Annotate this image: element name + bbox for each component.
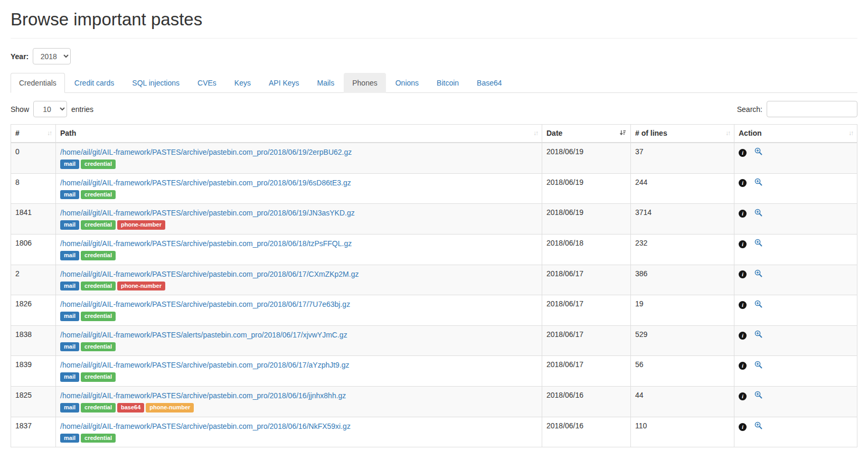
- year-select[interactable]: 2018: [33, 48, 71, 64]
- paste-preview-button[interactable]: [754, 361, 762, 370]
- column-label: Action: [739, 129, 762, 137]
- paste-path-link[interactable]: /home/ail/git/AIL-framework/PASTES/archi…: [60, 147, 352, 157]
- paste-path-link[interactable]: /home/ail/git/AIL-framework/PASTES/archi…: [60, 269, 358, 279]
- tab-sql-injections[interactable]: SQL injections: [124, 73, 188, 93]
- table-row: 1837 /home/ail/git/AIL-framework/PASTES/…: [11, 417, 857, 447]
- paste-info-button[interactable]: [739, 148, 747, 157]
- row-index: 8: [11, 173, 56, 204]
- tab-mails[interactable]: Mails: [309, 73, 343, 93]
- tab-credit-cards[interactable]: Credit cards: [66, 73, 122, 93]
- paste-path-link[interactable]: /home/ail/git/AIL-framework/PASTES/archi…: [60, 178, 351, 188]
- tag-mail: mail: [60, 403, 79, 412]
- tag-list: mailcredential: [60, 311, 537, 321]
- paste-preview-button[interactable]: [754, 178, 762, 188]
- info-icon: [739, 270, 747, 278]
- paste-preview-button[interactable]: [754, 330, 762, 340]
- paste-preview-button[interactable]: [754, 209, 762, 218]
- tag-credential: credential: [81, 312, 116, 321]
- column-header-index[interactable]: # ↓↑: [11, 125, 56, 143]
- search-label: Search:: [737, 105, 762, 114]
- paste-preview-button[interactable]: [754, 391, 762, 400]
- search-plus-icon: [754, 239, 762, 247]
- search-plus-icon: [754, 391, 762, 399]
- info-icon: [739, 362, 747, 370]
- paste-path-link[interactable]: /home/ail/git/AIL-framework/PASTES/archi…: [60, 360, 350, 370]
- tab-keys[interactable]: Keys: [226, 73, 259, 93]
- row-lines: 110: [631, 417, 734, 447]
- tag-list: mailcredentialbase64phone-number: [60, 402, 537, 412]
- search-input[interactable]: [767, 101, 857, 117]
- paste-info-button[interactable]: [739, 361, 747, 370]
- tag-mail: mail: [60, 190, 79, 200]
- row-lines: 232: [631, 234, 734, 265]
- paste-path-link[interactable]: /home/ail/git/AIL-framework/PASTES/archi…: [60, 421, 351, 431]
- tab-onions[interactable]: Onions: [387, 73, 427, 93]
- paste-info-button[interactable]: [739, 178, 747, 187]
- paste-info-button[interactable]: [739, 422, 747, 431]
- title-divider: [11, 38, 857, 39]
- column-label: Path: [60, 129, 76, 137]
- info-icon: [739, 210, 747, 218]
- table-row: 2 /home/ail/git/AIL-framework/PASTES/arc…: [11, 265, 857, 295]
- row-index: 0: [11, 143, 56, 173]
- column-header-date[interactable]: Date ↓↑: [542, 125, 631, 143]
- paste-info-button[interactable]: [739, 209, 747, 218]
- paste-preview-button[interactable]: [754, 300, 762, 310]
- show-label: Show: [11, 105, 29, 114]
- tag-mail: mail: [60, 160, 79, 169]
- info-icon: [739, 301, 747, 309]
- row-index: 1841: [11, 204, 56, 235]
- info-icon: [739, 423, 747, 431]
- info-icon: [739, 392, 747, 400]
- table-row: 1838 /home/ail/git/AIL-framework/PASTES/…: [11, 325, 857, 356]
- tag-credential: credential: [81, 434, 116, 443]
- search-plus-icon: [754, 147, 762, 155]
- page-container: Browse important pastes Year: 2018 Crede…: [0, 0, 868, 450]
- tag-list: mailcredentialphone-number: [60, 220, 537, 230]
- tag-list: mailcredential: [60, 433, 537, 443]
- table-row: 1841 /home/ail/git/AIL-framework/PASTES/…: [11, 204, 857, 235]
- tab-api-keys[interactable]: API Keys: [260, 73, 308, 93]
- paste-info-button[interactable]: [739, 331, 747, 340]
- tag-mail: mail: [60, 312, 79, 321]
- tag-credential: credential: [81, 190, 116, 200]
- table-row: 0 /home/ail/git/AIL-framework/PASTES/arc…: [11, 143, 857, 173]
- paste-path-link[interactable]: /home/ail/git/AIL-framework/PASTES/archi…: [60, 208, 355, 218]
- tab-credentials[interactable]: Credentials: [11, 73, 65, 93]
- row-lines: 37: [631, 143, 734, 173]
- row-index: 2: [11, 265, 56, 295]
- column-header-path[interactable]: Path ↓↑: [56, 125, 542, 143]
- paste-path-link[interactable]: /home/ail/git/AIL-framework/PASTES/alert…: [60, 330, 347, 340]
- table-controls: Show 10 entries Search:: [11, 101, 857, 117]
- paste-path-link[interactable]: /home/ail/git/AIL-framework/PASTES/archi…: [60, 239, 352, 248]
- tab-bitcoin[interactable]: Bitcoin: [428, 73, 467, 93]
- paste-path-link[interactable]: /home/ail/git/AIL-framework/PASTES/archi…: [60, 391, 346, 400]
- paste-preview-button[interactable]: [754, 269, 762, 279]
- tab-phones[interactable]: Phones: [344, 73, 385, 93]
- paste-preview-button[interactable]: [754, 147, 762, 157]
- row-date: 2018/06/17: [542, 325, 631, 356]
- tab-cves[interactable]: CVEs: [189, 73, 225, 93]
- column-header-action[interactable]: Action ↓↑: [734, 125, 857, 143]
- row-index: 1806: [11, 234, 56, 265]
- search-plus-icon: [754, 269, 762, 277]
- paste-preview-button[interactable]: [754, 421, 762, 431]
- paste-info-button[interactable]: [739, 239, 747, 248]
- paste-info-button[interactable]: [739, 391, 747, 400]
- tab-base64[interactable]: Base64: [468, 73, 510, 93]
- row-date: 2018/06/19: [542, 204, 631, 235]
- tag-mail: mail: [60, 251, 79, 260]
- row-index: 1838: [11, 325, 56, 356]
- tag-list: mailcredential: [60, 250, 537, 260]
- row-date: 2018/06/17: [542, 295, 631, 326]
- paste-info-button[interactable]: [739, 300, 747, 309]
- page-length-select[interactable]: 10: [33, 101, 67, 117]
- sort-both-icon: ↓↑: [725, 129, 730, 138]
- paste-preview-button[interactable]: [754, 239, 762, 248]
- column-header-of-lines[interactable]: # of lines ↓↑: [631, 125, 734, 143]
- row-lines: 44: [631, 387, 734, 417]
- paste-info-button[interactable]: [739, 269, 747, 278]
- search-plus-icon: [754, 361, 762, 369]
- tag-list: mailcredential: [60, 372, 537, 382]
- paste-path-link[interactable]: /home/ail/git/AIL-framework/PASTES/archi…: [60, 299, 350, 309]
